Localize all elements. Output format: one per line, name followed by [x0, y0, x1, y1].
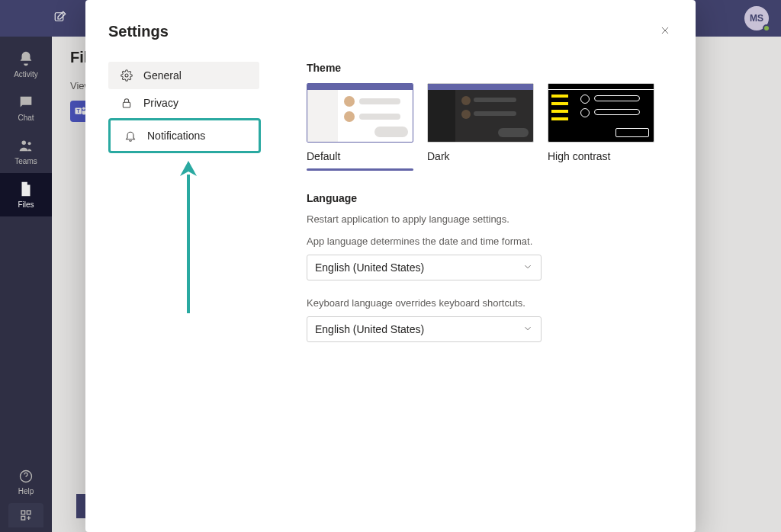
nav-label: Privacy [143, 97, 178, 109]
close-button[interactable] [656, 21, 674, 40]
gear-icon [119, 69, 134, 82]
theme-heading: Theme [307, 62, 673, 74]
nav-label: General [143, 69, 182, 82]
nav-item-privacy[interactable]: Privacy [108, 89, 259, 117]
chevron-down-icon [522, 323, 533, 336]
modal-title: Settings [108, 23, 673, 40]
language-heading: Language [307, 192, 673, 204]
annotation-arrow-icon [178, 161, 259, 316]
theme-preview-dark-icon [427, 83, 534, 143]
theme-label: Dark [427, 150, 534, 162]
theme-label: High contrast [548, 150, 654, 162]
theme-option-dark[interactable]: Dark [427, 83, 534, 171]
dropdown-value: English (United States) [315, 323, 424, 335]
settings-content: Theme Default Dark [307, 62, 673, 359]
nav-item-notifications[interactable]: Notifications [112, 122, 257, 149]
app-language-hint: App language determines the date and tim… [307, 236, 673, 247]
settings-nav: General Privacy Notifications [108, 62, 259, 359]
theme-option-high-contrast[interactable]: High contrast [548, 83, 654, 171]
bell-outline-icon [123, 130, 138, 142]
theme-preview-high-contrast-icon [548, 83, 654, 143]
close-icon [660, 25, 670, 36]
theme-preview-default-icon [307, 83, 413, 143]
app-language-dropdown[interactable]: English (United States) [307, 255, 542, 280]
dropdown-value: English (United States) [315, 261, 424, 274]
theme-option-default[interactable]: Default [307, 83, 413, 171]
svg-point-10 [125, 74, 128, 77]
restart-hint: Restart application to apply language se… [307, 213, 673, 225]
theme-label: Default [307, 150, 413, 162]
chevron-down-icon [522, 261, 533, 274]
keyboard-language-dropdown[interactable]: English (United States) [307, 316, 542, 342]
nav-label: Notifications [147, 130, 205, 142]
nav-item-general[interactable]: General [108, 62, 259, 89]
annotation-highlight: Notifications [108, 118, 261, 153]
keyboard-language-hint: Keyboard language overrides keyboard sho… [307, 297, 673, 309]
settings-modal: Settings General Privacy [85, 0, 696, 532]
lock-icon [119, 97, 134, 109]
svg-rect-11 [123, 102, 130, 107]
